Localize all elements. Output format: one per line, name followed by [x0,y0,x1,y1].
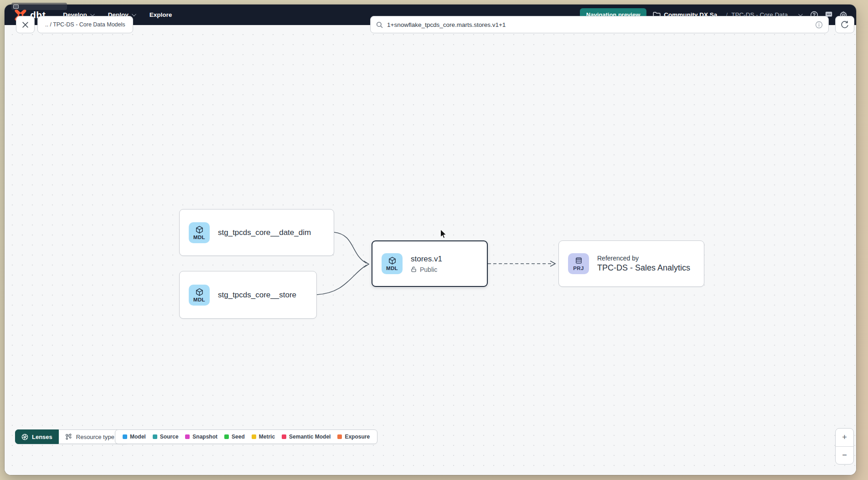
lenses-aperture-icon [21,434,28,440]
footer-controls: Lenses Resource type [15,429,129,444]
node-stg-tpcds-core-date-dim[interactable]: MDL stg_tpcds_core__date_dim [179,209,334,256]
lenses-label: Lenses [32,434,52,440]
resource-graph-icon [65,434,72,440]
lineage-search-bar [370,16,829,33]
lineage-path-chip[interactable]: .. / TPC-DS - Core Data Models [37,16,133,33]
unlock-icon [411,266,417,272]
legend-swatch [337,434,342,439]
legend-item-metric: Metric [252,434,275,440]
legend-label: Metric [259,434,275,440]
legend-item-semantic-model: Semantic Model [282,434,331,440]
legend-swatch [123,434,127,439]
node-stores-v1-selected[interactable]: MDL stores.v1 Public [372,240,488,287]
screen-recording-overlay [11,3,67,10]
cube-icon [388,256,397,265]
resource-type-label: Resource type [76,434,114,440]
zoom-controls: + − [835,428,854,465]
refresh-icon [841,20,849,29]
legend-item-snapshot: Snapshot [185,434,217,440]
project-badge: PRJ [568,253,589,274]
legend-item-seed: Seed [224,434,245,440]
legend-swatch [185,434,190,439]
legend-swatch [252,434,256,439]
access-row: Public [411,266,442,273]
legend-label: Model [130,434,146,440]
zoom-out-button[interactable]: − [836,447,853,465]
stacked-layers-icon [574,256,583,265]
close-lineage-button[interactable] [16,16,35,33]
project-title: TPC-DS - Sales Analytics [597,263,690,273]
legend-item-source: Source [153,434,179,440]
resource-type-legend: Model Source Snapshot Seed Metric Semant… [115,429,377,444]
close-icon [22,21,29,28]
node-referenced-project[interactable]: PRJ Referenced by TPC-DS - Sales Analyti… [558,240,704,287]
node-stg-tpcds-core-store[interactable]: MDL stg_tpcds_core__store [179,271,317,319]
legend-swatch [153,434,157,439]
menu-explore[interactable]: Explore [144,8,178,22]
model-badge: MDL [189,222,210,243]
chevron-down-icon [132,12,136,16]
zoom-in-button[interactable]: + [836,429,853,447]
legend-item-exposure: Exposure [337,434,370,440]
legend-label: Seed [232,434,245,440]
legend-label: Semantic Model [289,434,331,440]
node-title: stg_tpcds_core__date_dim [218,228,311,237]
legend-label: Snapshot [192,434,217,440]
badge-label: MDL [193,297,205,302]
legend-item-model: Model [123,434,146,440]
referenced-by-label: Referenced by [597,255,690,262]
model-badge: MDL [382,253,403,274]
cube-icon [195,288,204,296]
cube-icon [195,225,204,234]
legend-label: Source [160,434,179,440]
app-window: dbt Develop Deploy Explore Navigation pr… [5,5,856,475]
recording-window-icon [13,5,19,9]
menu-explore-label: Explore [150,11,172,18]
model-badge: MDL [189,285,210,306]
info-icon[interactable] [815,21,823,29]
lenses-button[interactable]: Lenses [15,429,59,444]
legend-label: Exposure [345,434,370,440]
legend-swatch [224,434,229,439]
badge-label: PRJ [573,266,584,271]
lineage-selector-input[interactable] [387,21,811,28]
access-label: Public [420,266,437,273]
node-title: stg_tpcds_core__store [218,291,296,300]
badge-label: MDL [386,266,398,271]
badge-label: MDL [193,235,205,240]
legend-swatch [282,434,286,439]
node-title: stores.v1 [411,255,442,264]
refresh-lineage-button[interactable] [835,16,854,33]
search-icon [376,21,383,28]
mouse-cursor [440,229,448,239]
